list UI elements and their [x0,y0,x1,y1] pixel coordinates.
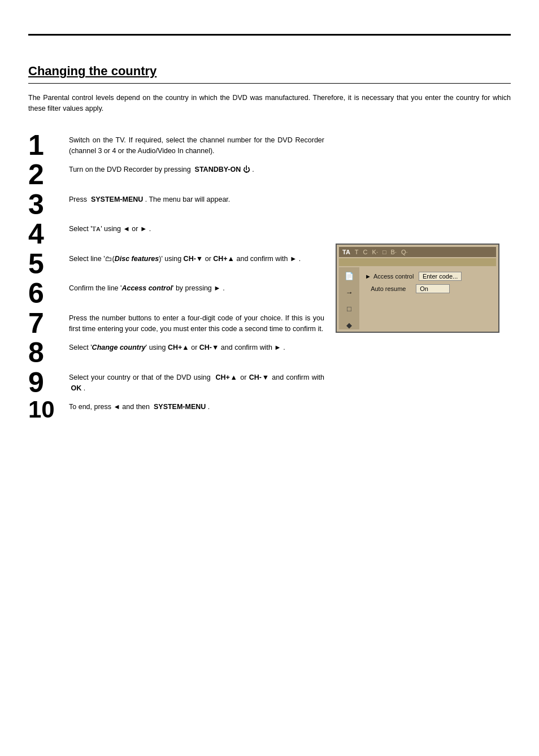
step-text-8: Select 'Change country' using CH+▲ or CH… [69,338,324,355]
main-layout: 1 Switch on the TV. If required, select … [28,131,511,423]
page-title: Changing the country [28,64,511,79]
tv-icon-b: B· [391,249,397,255]
tv-submenu-label [342,259,364,265]
tv-icon-c: C [363,249,368,255]
step-number-4: 4 [28,219,69,249]
tv-sidebar-icon-4: ◆ [346,321,352,329]
step-text-3: Press SYSTEM-MENU . The menu bar will ap… [69,190,324,207]
tv-menu-row-1: ► Access control Enter code... [365,272,490,281]
tv-icon-box: □ [382,249,386,255]
step-number-10: 10 [28,397,69,422]
content-area: Changing the country The Parental contro… [0,36,539,450]
step-text-1: Switch on the TV. If required, select th… [69,131,324,159]
tv-row1-arrow: ► [365,273,371,280]
step-number-5: 5 [28,249,69,279]
step-number-6: 6 [28,279,69,309]
image-column: TA T C K· □ B· Q· [336,131,511,333]
step-number-1: 1 [28,131,69,160]
tv-row2-label: Auto resume [371,285,416,292]
tv-icon-ta: TA [342,249,350,255]
step-text-9: Select your country or that of the DVD u… [69,368,324,397]
step-number-9: 9 [28,368,69,398]
step-text-7: Press the number buttons to enter a four… [69,309,324,337]
tv-sidebar-icon-2: → [346,288,353,297]
tv-icon-q: Q· [401,249,408,255]
tv-sidebar-icon-1: 📄 [345,272,354,280]
step-number-8: 8 [28,338,69,368]
tv-row2-arrow [365,285,368,292]
step-number-3: 3 [28,190,69,220]
tv-menubar: TA T C K· □ B· Q· [339,247,496,257]
steps-grid: 1 Switch on the TV. If required, select … [28,131,324,423]
tv-row1-label: Access control [373,273,419,280]
step-number-2: 2 [28,160,69,190]
intro-text: The Parental control levels depend on th… [28,93,511,115]
tv-sidebar: 📄 → □ ◆ [339,267,359,329]
step-number-7: 7 [28,309,69,338]
step-text-5: Select line '🗀(Disc features)' using CH-… [69,249,324,267]
step-text-2: Turn on the DVD Recorder by pressing STA… [69,160,324,177]
steps-column: 1 Switch on the TV. If required, select … [28,131,324,423]
title-rule [28,83,511,84]
tv-submenubar [339,258,496,266]
tv-row1-value: Enter code... [419,272,462,281]
step-text-10: To end, press ◄ and then SYSTEM-MENU . [69,397,324,415]
tv-body: 📄 → □ ◆ ► Access control Enter code... [339,267,496,329]
tv-row2-value: On [416,284,450,293]
tv-main-content: ► Access control Enter code... Auto resu… [359,267,496,329]
step-text-6: Confirm the line 'Access control' by pre… [69,279,324,296]
tv-ui-mockup: TA T C K· □ B· Q· [336,244,499,333]
step-text-4: Select 'Tᴀ' Select 'TA' using ◄ or ► .us… [69,219,324,237]
tv-sidebar-icon-3: □ [347,305,351,313]
tv-icon-k: K· [372,249,378,255]
page-container: Changing the country The Parental contro… [0,34,539,756]
tv-menu-row-2: Auto resume On [365,284,490,293]
tv-icon-t: T [355,249,359,255]
tv-menubar-icons: TA T C K· □ B· Q· [342,249,408,255]
